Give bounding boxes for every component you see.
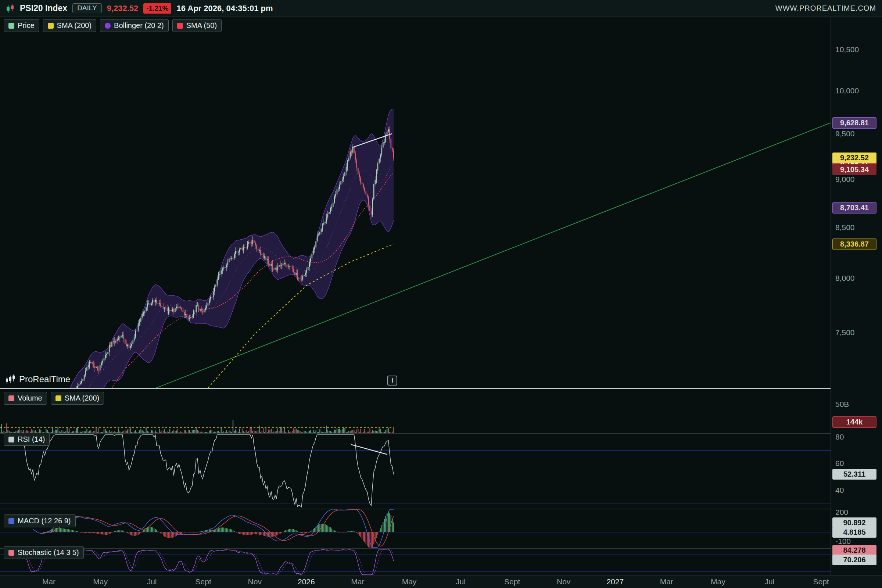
quote-datetime: 16 Apr 2026, 04:35:01 pm	[176, 4, 273, 13]
macd-icon	[9, 518, 14, 524]
time-label: Jul	[765, 578, 775, 586]
macd-tick: 200	[836, 508, 848, 517]
legend-sma50[interactable]: SMA (50)	[172, 19, 222, 32]
rsi-tick: 40	[836, 486, 844, 495]
time-label: Sept	[195, 578, 212, 586]
sma200-badge: 8,336.87	[832, 238, 876, 250]
time-label: Mar	[42, 578, 56, 586]
volume-icon	[9, 395, 14, 401]
legend-price-label: Price	[18, 21, 34, 30]
last-price-text: 9,232.52	[107, 4, 138, 13]
legend-stochastic[interactable]: Stochastic (14 3 5)	[4, 546, 84, 559]
change-badge: -1.21%	[143, 3, 171, 14]
rsi-value-badge: 52.311	[832, 469, 876, 480]
legend-rsi-label: RSI (14)	[18, 435, 45, 444]
last-price-badge: 9,232.52	[832, 153, 876, 163]
stoch-k-badge: 84.278	[832, 545, 876, 556]
legend-price[interactable]: Price	[4, 19, 39, 32]
time-label-year: 2026	[298, 578, 315, 586]
chart-header: PSI20 Index DAILY 9,232.52 -1.21% 16 Apr…	[0, 0, 882, 17]
time-label: May	[711, 578, 726, 586]
sma200-icon	[56, 395, 62, 401]
stoch-d-badge: 70.206	[832, 555, 876, 565]
legend-bollinger[interactable]: Bollinger (20 2)	[100, 19, 169, 32]
stochastic-icon	[9, 550, 14, 556]
rsi-icon	[9, 436, 14, 442]
legend-sma50-label: SMA (50)	[186, 21, 217, 30]
time-label: Jul	[147, 578, 157, 586]
time-label: Sept	[504, 578, 520, 586]
time-label: Mar	[660, 578, 673, 586]
macd-stoch-separator[interactable]	[0, 548, 882, 549]
info-button[interactable]: i	[387, 376, 397, 386]
stochastic-panel-canvas[interactable]	[0, 548, 831, 576]
macd-tick: -100	[836, 537, 851, 546]
time-label: Jul	[456, 578, 466, 586]
bollinger-lower-badge: 8,703.41	[832, 202, 876, 213]
price-tick: 10,500	[836, 45, 859, 54]
timeframe-selector[interactable]: DAILY	[72, 3, 102, 13]
legend-sma200[interactable]: SMA (200)	[43, 19, 96, 32]
price-chart-canvas[interactable]	[0, 17, 831, 388]
prorealtime-chart-window: PSI20 Index DAILY 9,232.52 -1.21% 16 Apr…	[0, 0, 882, 588]
price-tick: 9,000	[836, 175, 855, 184]
time-label: Nov	[557, 578, 570, 586]
symbol-title: PSI20 Index	[20, 3, 67, 13]
bollinger-icon	[105, 23, 111, 28]
sma50-icon	[177, 23, 183, 28]
time-label: Sept	[813, 578, 829, 586]
volume-panel-canvas[interactable]	[0, 389, 831, 433]
stochastic-panel-legend: Stochastic (14 3 5)	[4, 546, 84, 559]
time-label: May	[93, 578, 108, 586]
legend-sma200-label: SMA (200)	[57, 21, 92, 30]
legend-bollinger-label: Bollinger (20 2)	[114, 21, 164, 30]
legend-macd[interactable]: MACD (12 26 9)	[4, 514, 76, 527]
price-tick: 8,000	[836, 274, 855, 283]
prorealtime-watermark: ProRealTime	[5, 374, 70, 384]
candlestick-logo-icon	[6, 3, 15, 14]
macd-panel-legend: MACD (12 26 9)	[4, 514, 76, 527]
macd-signal-badge: 4.8185	[832, 527, 876, 538]
rsi-panel-legend: RSI (14)	[4, 433, 50, 446]
legend-volume-sma200-label: SMA (200)	[64, 394, 99, 402]
legend-volume-sma200[interactable]: SMA (200)	[51, 392, 104, 405]
legend-volume-label: Volume	[18, 394, 42, 402]
website-label: WWW.PROREALTIME.COM	[776, 4, 876, 12]
price-tick: 7,500	[836, 328, 855, 337]
price-icon	[9, 23, 14, 28]
rsi-tick: 80	[836, 432, 844, 441]
macd-value-badge: 90.892	[832, 518, 876, 528]
price-tick: 8,500	[836, 223, 855, 232]
macd-panel-canvas[interactable]	[0, 509, 831, 548]
legend-rsi[interactable]: RSI (14)	[4, 433, 50, 446]
time-label: Mar	[351, 578, 364, 586]
main-panel-separator[interactable]	[0, 388, 882, 389]
secondary-price-badge: 9,105.34	[832, 164, 876, 175]
volume-tick: 50B	[836, 400, 849, 409]
price-panel-legend: Price SMA (200) Bollinger (20 2) SMA (50…	[4, 19, 222, 32]
legend-volume[interactable]: Volume	[4, 392, 47, 405]
volume-badge: 144k	[832, 416, 876, 428]
time-label-year: 2027	[606, 578, 624, 586]
time-label: Nov	[248, 578, 262, 586]
rsi-macd-separator[interactable]	[0, 508, 882, 509]
volume-panel-legend: Volume SMA (200)	[4, 392, 104, 405]
prorealtime-logo-icon	[5, 374, 15, 384]
legend-stochastic-label: Stochastic (14 3 5)	[18, 548, 79, 557]
sma200-icon	[48, 23, 54, 28]
volume-rsi-separator[interactable]	[0, 433, 882, 434]
legend-macd-label: MACD (12 26 9)	[18, 517, 71, 525]
price-tick: 10,000	[836, 86, 859, 95]
time-axis[interactable]: MarMayJulSeptNov2026MarMayJulSeptNov2027…	[0, 576, 882, 588]
watermark-text: ProRealTime	[19, 374, 70, 384]
price-axis-column[interactable]: 10,50010,0009,5009,0008,5008,0007,5009,6…	[831, 17, 882, 588]
price-tick: 9,500	[836, 129, 855, 138]
time-label: May	[402, 578, 417, 586]
rsi-tick: 60	[836, 459, 844, 468]
bollinger-upper-badge: 9,628.81	[832, 117, 876, 129]
rsi-panel-canvas[interactable]	[0, 434, 831, 509]
